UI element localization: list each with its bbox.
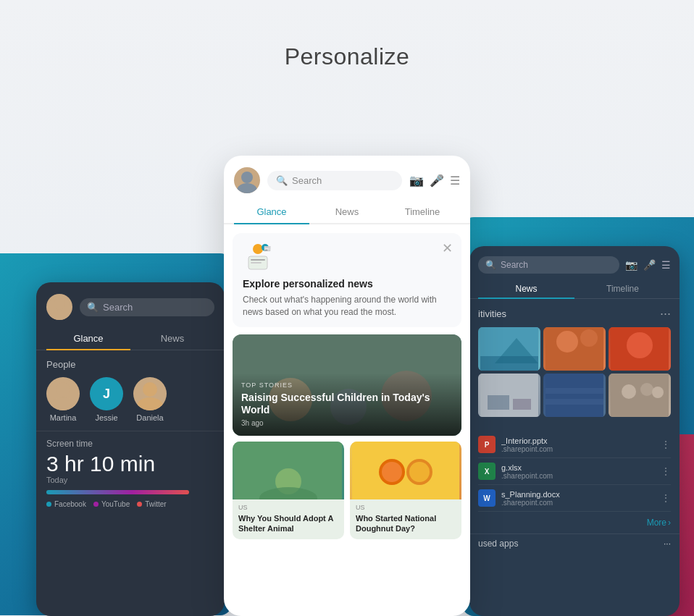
legend-facebook: Facebook: [46, 500, 86, 508]
file-icon-pptx: P: [478, 436, 496, 453]
used-apps-section: used apps ···: [469, 533, 680, 553]
file-icon-xlsx: X: [478, 463, 496, 480]
search-bar-center[interactable]: 🔍 Search: [267, 171, 402, 190]
legend-youtube: YouTube: [93, 500, 130, 508]
tab-glance-center[interactable]: Glance: [234, 201, 309, 223]
legend-row: Facebook YouTube Twitter: [46, 500, 214, 508]
svg-point-43: [640, 383, 653, 396]
news-small-1-title: Why You Should Adopt A Shelter Animal: [238, 513, 338, 534]
photo-grid: [478, 327, 671, 417]
news-popup-desc: Check out what's happening around the wo…: [243, 294, 451, 318]
news-popup-icon: 📰: [243, 242, 273, 272]
svg-text:📰: 📰: [264, 245, 271, 252]
news-card-small-2[interactable]: US Who Started National Doughnut Day?: [350, 442, 461, 540]
people-row: Martina J Jessie Daniela: [46, 377, 214, 422]
svg-point-25: [382, 462, 402, 482]
header-icons: 📷 🎤 ☰: [409, 174, 460, 187]
avatar-center: [234, 167, 260, 193]
svg-rect-37: [513, 399, 531, 410]
legend-dot-youtube: [93, 502, 99, 507]
person-daniela[interactable]: Daniela: [133, 377, 167, 422]
file-location-3: .sharepoint.com: [501, 499, 655, 507]
avatar-jessie: J: [90, 377, 123, 410]
news-small-1-tag: US: [238, 504, 338, 511]
svg-point-5: [137, 397, 163, 410]
news-card-overlay: TOP STORIES Raising Successful Children …: [233, 373, 461, 436]
svg-point-26: [409, 462, 430, 482]
person-jessie[interactable]: J Jessie: [90, 377, 123, 422]
svg-point-0: [54, 298, 65, 310]
right-header-icons: 📷 🎤 ☰: [625, 259, 671, 271]
file-info-2: g.xlsx .sharepoint.com: [501, 463, 655, 480]
close-button[interactable]: ✕: [442, 240, 453, 256]
file-list: P _Interior.pptx .sharepoint.com ⋮ X g.x…: [469, 431, 680, 512]
right-tabs: News Timeline: [469, 279, 680, 299]
file-name-1: _Interior.pptx: [501, 436, 655, 445]
photo-autumn-2[interactable]: [609, 327, 671, 371]
used-apps-dots[interactable]: ···: [664, 539, 671, 549]
screen-time-today: Today: [46, 476, 214, 484]
photo-autumn-1[interactable]: [543, 327, 606, 371]
chevron-right-icon: ›: [668, 518, 671, 528]
search-bar-right[interactable]: 🔍 Search: [478, 256, 619, 274]
search-icon-center: 🔍: [276, 175, 288, 186]
news-card-small-1[interactable]: US Why You Should Adopt A Shelter Animal: [233, 442, 344, 540]
svg-point-4: [143, 382, 157, 397]
search-bar[interactable]: 🔍 Search: [80, 298, 214, 316]
person-martina[interactable]: Martina: [46, 377, 80, 422]
photo-room[interactable]: [478, 374, 540, 417]
activities-label: itivities ···: [478, 306, 671, 321]
left-card-header: 🔍 Search: [36, 282, 225, 327]
photo-fabric[interactable]: [543, 374, 606, 417]
file-dots-3[interactable]: ⋮: [661, 492, 671, 504]
svg-point-34: [627, 332, 653, 358]
menu-icon-right[interactable]: ☰: [661, 259, 671, 271]
file-item-1[interactable]: P _Interior.pptx .sharepoint.com ⋮: [478, 431, 671, 458]
more-button[interactable]: More ›: [647, 518, 671, 528]
legend-twitter: Twitter: [137, 500, 166, 508]
file-dots-2[interactable]: ⋮: [661, 465, 671, 477]
left-phone-card: 🔍 Search Glance News People Martina J Je…: [36, 282, 225, 616]
svg-point-42: [622, 384, 636, 399]
svg-point-7: [237, 183, 257, 193]
svg-point-31: [556, 331, 578, 353]
camera-icon-right[interactable]: 📷: [625, 259, 637, 271]
tab-glance-left[interactable]: Glance: [46, 327, 130, 350]
file-item-3[interactable]: W s_Planning.docx .sharepoint.com ⋮: [478, 485, 671, 512]
mic-icon[interactable]: 🎤: [430, 174, 444, 187]
photo-mountain[interactable]: [478, 327, 540, 371]
tab-news-right[interactable]: News: [478, 279, 574, 298]
news-cards-row: US Why You Should Adopt A Shelter Animal…: [233, 442, 461, 540]
tab-timeline-center[interactable]: Timeline: [385, 201, 460, 223]
svg-rect-22: [352, 442, 459, 499]
activities-section: itivities ···: [469, 299, 680, 431]
file-name-3: s_Planning.docx: [501, 490, 655, 499]
photo-people[interactable]: [609, 374, 671, 417]
camera-icon[interactable]: 📷: [409, 174, 424, 187]
svg-rect-10: [251, 259, 265, 261]
file-dots-1[interactable]: ⋮: [661, 439, 671, 450]
news-card-large[interactable]: TOP STORIES Raising Successful Children …: [233, 334, 461, 436]
tab-timeline-right[interactable]: Timeline: [574, 279, 671, 298]
tab-news-center[interactable]: News: [309, 201, 385, 223]
person-name-daniela: Daniela: [136, 413, 163, 422]
news-card-small-1-body: US Why You Should Adopt A Shelter Animal: [233, 499, 344, 540]
svg-rect-29: [480, 356, 538, 371]
news-large-tag: TOP STORIES: [241, 381, 453, 389]
right-phone-card: 🔍 Search 📷 🎤 ☰ News Timeline itivities ·…: [469, 246, 680, 616]
settings-icon[interactable]: ☰: [450, 174, 460, 187]
activities-more-dots[interactable]: ···: [660, 306, 671, 321]
file-item-2[interactable]: X g.xlsx .sharepoint.com ⋮: [478, 458, 671, 485]
screen-time-label: Screen time: [46, 439, 214, 449]
search-icon-right: 🔍: [485, 260, 496, 270]
tab-news-left[interactable]: News: [130, 327, 214, 350]
svg-point-6: [241, 172, 253, 183]
avatar-martina: [46, 377, 80, 410]
mic-icon-right[interactable]: 🎤: [643, 259, 656, 271]
news-img-1: [233, 442, 344, 499]
people-section: People Martina J Jessie Daniela: [36, 350, 225, 431]
search-placeholder-center: Search: [292, 175, 322, 186]
person-name-jessie: Jessie: [95, 413, 117, 422]
legend-dot-facebook: [46, 502, 51, 507]
file-info-3: s_Planning.docx .sharepoint.com: [501, 490, 655, 507]
